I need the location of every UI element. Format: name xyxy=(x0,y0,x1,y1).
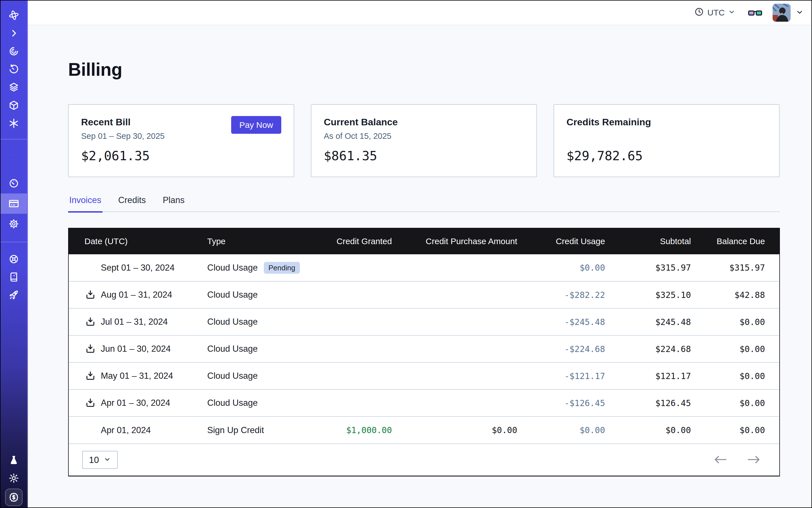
credit-purchase-value xyxy=(406,389,531,417)
timezone-dropdown[interactable]: UTC xyxy=(694,7,735,18)
sidebar xyxy=(1,1,28,507)
book-sparkle-icon xyxy=(8,272,19,283)
credit-granted-value xyxy=(330,363,406,389)
sidebar-item-settings[interactable] xyxy=(1,214,27,234)
badge-dollar-button[interactable] xyxy=(5,489,23,506)
credit-granted-value: $1,000.00 xyxy=(330,417,406,443)
balance-due-value: $315.97 xyxy=(705,254,779,281)
card-subtitle xyxy=(566,131,767,141)
subtotal-value: $325.10 xyxy=(619,281,705,308)
download-invoice-button[interactable] xyxy=(84,343,96,355)
sidebar-item-volumes[interactable] xyxy=(1,96,27,114)
summary-cards: Recent Bill Sep 01 – Sep 30, 2025 $2,061… xyxy=(68,104,780,177)
next-page-button[interactable] xyxy=(746,454,762,466)
col-credit-usage: Credit Usage xyxy=(531,228,619,254)
sidebar-item-support[interactable] xyxy=(1,250,27,268)
subtotal-value: $126.45 xyxy=(619,389,705,417)
invoice-date: Aug 01 – 31, 2024 xyxy=(101,290,172,300)
credit-granted-value xyxy=(330,389,406,417)
subtotal-value: $315.97 xyxy=(619,254,705,281)
reader-glasses-icon[interactable] xyxy=(748,6,762,19)
subtotal-value: $121.17 xyxy=(619,363,705,389)
credit-usage-value: -$245.48 xyxy=(531,308,619,335)
subtotal-value: $0.00 xyxy=(619,417,705,443)
balance-due-value: $42.88 xyxy=(705,281,779,308)
credit-usage-value: -$224.68 xyxy=(531,335,619,363)
invoice-date: Jun 01 – 30, 2024 xyxy=(101,344,171,354)
subtotal-value: $245.48 xyxy=(619,308,705,335)
sidebar-item-theme[interactable] xyxy=(1,469,27,487)
credits-remaining-card: Credits Remaining $29,782.65 xyxy=(554,104,780,177)
pagination xyxy=(712,454,762,466)
user-avatar[interactable] xyxy=(773,4,790,22)
credit-purchase-value xyxy=(406,363,531,389)
clock-icon xyxy=(694,7,704,18)
download-invoice-button[interactable] xyxy=(84,370,96,382)
pay-now-button[interactable]: Pay Now xyxy=(231,116,281,134)
credit-card-icon xyxy=(8,198,19,209)
sidebar-item-credits-badge[interactable] xyxy=(1,487,27,507)
credits-remaining-amount: $29,782.65 xyxy=(566,149,767,163)
invoice-date: Apr 01 – 30, 2024 xyxy=(101,398,170,408)
page-title: Billing xyxy=(68,59,811,80)
credit-granted-value xyxy=(330,281,406,308)
sidebar-item-layers[interactable] xyxy=(1,78,27,96)
tab-invoices[interactable]: Invoices xyxy=(68,195,102,211)
pending-badge: Pending xyxy=(264,262,300,274)
invoice-date: Jul 01 – 31, 2024 xyxy=(101,317,168,327)
recent-bill-amount: $2,061.35 xyxy=(81,149,281,163)
sidebar-item-billing[interactable] xyxy=(1,194,27,214)
tab-credits[interactable]: Credits xyxy=(117,195,147,211)
invoice-type: Cloud Usage xyxy=(207,290,258,300)
table-row: Apr 01 – 30, 2024 Cloud Usage -$126.45 $… xyxy=(69,389,779,417)
timer-icon xyxy=(8,64,19,75)
subtotal-value: $224.68 xyxy=(619,335,705,363)
invoice-type: Cloud Usage xyxy=(207,317,258,327)
credit-usage-value: $0.00 xyxy=(531,417,619,443)
sidebar-item-secrets[interactable] xyxy=(1,114,27,132)
col-subtotal: Subtotal xyxy=(619,228,705,254)
invoice-date: Sept 01 – 30, 2024 xyxy=(101,263,175,273)
col-type: Type xyxy=(195,228,330,254)
tab-plans[interactable]: Plans xyxy=(162,195,186,211)
table-row: Apr 01, 2024 Sign Up Credit $1,000.00 $0… xyxy=(69,417,779,443)
page-size-value: 10 xyxy=(89,455,99,465)
download-invoice-button[interactable] xyxy=(84,397,96,409)
credit-usage-value: $0.00 xyxy=(531,254,619,281)
cube-icon xyxy=(8,100,19,111)
credit-granted-value xyxy=(330,308,406,335)
chevron-down-icon xyxy=(103,455,111,465)
asterisk-icon xyxy=(8,118,19,129)
sidebar-item-collapse[interactable] xyxy=(1,24,27,42)
main-area: UTC Billing Recent Bill Sep 01 – Sep 30,… xyxy=(28,1,811,507)
sidebar-item-schedules[interactable] xyxy=(1,60,27,78)
credit-purchase-value xyxy=(406,281,531,308)
account-menu-chevron-icon[interactable] xyxy=(796,8,804,17)
previous-page-button[interactable] xyxy=(712,454,728,466)
credit-purchase-value xyxy=(406,335,531,363)
layers-icon xyxy=(8,82,19,93)
billing-screen: UTC Billing Recent Bill Sep 01 – Sep 30,… xyxy=(0,0,812,508)
download-invoice-button[interactable] xyxy=(84,316,96,328)
gear-icon xyxy=(8,218,19,229)
spiral-eye-icon xyxy=(8,46,19,56)
sidebar-item-observability[interactable] xyxy=(1,42,27,60)
invoice-type: Cloud Usage xyxy=(207,371,258,381)
timezone-label: UTC xyxy=(707,8,725,17)
sidebar-item-docs[interactable] xyxy=(1,268,27,286)
download-invoice-button[interactable] xyxy=(84,289,96,301)
sidebar-logo[interactable] xyxy=(1,6,27,24)
page-size-select[interactable]: 10 xyxy=(82,451,118,469)
sidebar-item-launch[interactable] xyxy=(1,286,27,304)
sidebar-item-labs[interactable] xyxy=(1,451,27,469)
table-row: Aug 01 – 31, 2024 Cloud Usage -$282.22 $… xyxy=(69,281,779,308)
sidebar-item-usage[interactable] xyxy=(1,173,27,194)
invoice-type: Cloud Usage xyxy=(207,344,258,354)
invoice-date: Apr 01, 2024 xyxy=(101,425,151,435)
credit-purchase-value xyxy=(406,254,531,281)
card-title: Current Balance xyxy=(324,117,524,128)
logo-orbit-icon xyxy=(8,9,19,21)
credit-purchase-value xyxy=(406,308,531,335)
invoice-date: May 01 – 31, 2024 xyxy=(101,371,173,381)
billing-tabs: Invoices Credits Plans xyxy=(68,195,780,212)
